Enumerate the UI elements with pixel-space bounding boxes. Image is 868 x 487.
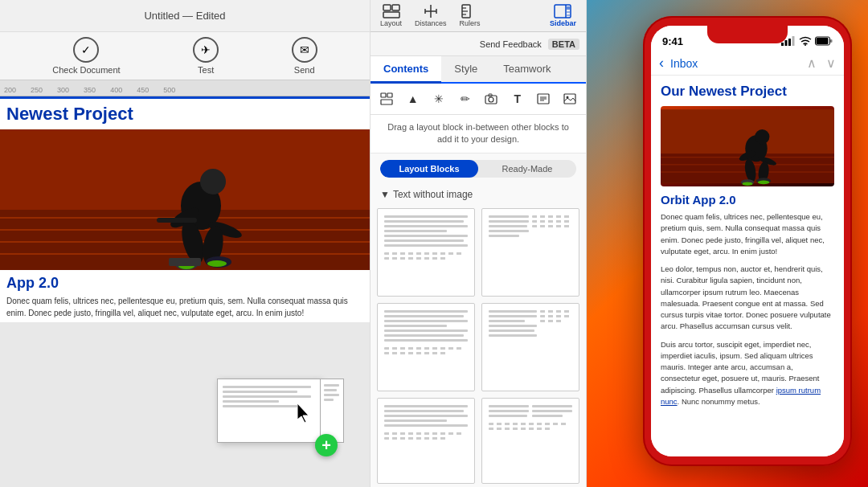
phone-runner-image <box>661 106 834 186</box>
battery-icon <box>815 36 833 46</box>
svg-rect-36 <box>381 93 386 97</box>
tab-teamwork[interactable]: Teamwork <box>490 56 563 84</box>
text-icon[interactable]: T <box>508 88 528 109</box>
drag-line-3 <box>223 395 311 398</box>
top-tool-icons: Layout Distances Rulers <box>380 4 576 27</box>
email-body-area: App 2.0 Donec quam felis, ultrices nec, … <box>0 270 370 322</box>
svg-rect-54 <box>817 38 829 44</box>
block-full-text-1[interactable] <box>377 208 475 297</box>
test-button[interactable]: ✈ Test <box>193 37 219 75</box>
layout-button[interactable]: Layout <box>380 4 402 27</box>
section-header: ▼ Text without image <box>371 184 586 205</box>
svg-point-69 <box>743 182 753 186</box>
svg-point-40 <box>489 97 493 102</box>
block-two-col-text[interactable] <box>377 303 475 391</box>
icon-toolbar: ▲ ✳ ✏ T <box>371 84 586 115</box>
block-layout-4[interactable] <box>481 303 579 391</box>
send-button[interactable]: ✉ Send <box>292 37 317 75</box>
asterisk-icon[interactable]: ✳ <box>429 88 449 109</box>
email-content: Our Newest Project <box>651 76 844 422</box>
tabs-row: Contents Style Teamwork <box>371 56 586 84</box>
sprint-title-text: App 2.0 <box>6 275 363 292</box>
drag-right-line-3 <box>324 394 339 396</box>
back-arrow-icon[interactable]: ‹ <box>659 55 664 72</box>
layout-blocks-button[interactable]: Layout Blocks <box>380 160 478 178</box>
svg-rect-49 <box>785 40 788 46</box>
email-canvas: Newest Project <box>0 96 370 322</box>
triangle-icon[interactable]: ▲ <box>403 88 424 109</box>
rulers-button[interactable]: Rulers <box>460 4 481 27</box>
wifi-icon <box>799 36 812 46</box>
svg-rect-22 <box>383 12 399 18</box>
prev-email-button[interactable]: ∧ <box>807 55 817 71</box>
body-text-1: Donec quam felis, ultrices nec, pellente… <box>6 297 348 317</box>
pencil-icon[interactable]: ✏ <box>456 88 476 109</box>
ruler-marks: 200 250 300 350 400 450 500 <box>0 86 190 94</box>
drag-block-right <box>320 379 344 443</box>
phone-email-title: Our Newest Project <box>661 84 834 100</box>
block-three-col[interactable] <box>377 398 475 484</box>
svg-point-70 <box>758 181 770 185</box>
send-feedback-button[interactable]: Send Feedback <box>480 39 542 49</box>
blocks-grid <box>371 205 586 487</box>
drag-line-4 <box>223 400 279 403</box>
check-document-label: Check Document <box>52 65 120 75</box>
phone-para-2: Leo dolor, tempus non, auctor et, hendre… <box>661 264 834 333</box>
email-body-text: Donec quam felis, ultrices nec, pellente… <box>6 295 363 319</box>
svg-rect-37 <box>387 93 392 97</box>
svg-rect-17 <box>157 218 197 223</box>
status-time: 9:41 <box>662 35 683 47</box>
test-icon: ✈ <box>193 37 219 63</box>
sidebar-button[interactable]: Sidebar <box>550 4 576 27</box>
phone-frame: 9:41 <box>643 16 852 466</box>
layout-toggle: Layout Blocks Ready-Made <box>380 160 576 178</box>
inbox-label[interactable]: Inbox <box>670 57 698 70</box>
svg-rect-50 <box>788 39 791 46</box>
svg-rect-21 <box>392 5 399 10</box>
email-scroll-area[interactable]: Our Newest Project <box>651 76 844 456</box>
link-text[interactable]: ipsum rutrum nunc <box>661 386 821 406</box>
check-document-button[interactable]: ✓ Check Document <box>52 37 120 75</box>
test-label: Test <box>198 65 214 75</box>
svg-rect-48 <box>781 43 784 46</box>
camera-icon[interactable] <box>481 88 502 109</box>
send-label: Send <box>294 65 315 75</box>
toolbar-icons: ✓ Check Document ✈ Test ✉ Send <box>0 32 370 80</box>
nav-arrows: ∧ ∨ <box>807 55 836 71</box>
layout-label: Layout <box>380 19 402 27</box>
svg-rect-51 <box>792 36 795 46</box>
svg-point-15 <box>207 260 227 267</box>
block-right-text-1[interactable] <box>481 208 579 297</box>
list-icon[interactable] <box>534 88 554 109</box>
runner-svg <box>0 129 370 270</box>
svg-rect-33 <box>567 6 570 10</box>
image-icon[interactable] <box>560 88 580 109</box>
beta-badge: BETA <box>548 39 579 50</box>
contents-topbar: Layout Distances Rulers <box>371 0 586 32</box>
ready-made-button[interactable]: Ready-Made <box>478 160 576 178</box>
contents-panel: Layout Distances Rulers <box>370 0 587 487</box>
cursor-arrow <box>297 403 313 423</box>
phone-para-1: Donec quam felis, ultrices nec, pellente… <box>661 211 834 257</box>
svg-rect-34 <box>567 11 570 13</box>
distances-button[interactable]: Distances <box>415 4 447 27</box>
svg-point-52 <box>805 44 806 46</box>
status-icons <box>781 36 833 46</box>
svg-rect-20 <box>383 5 391 10</box>
editor-area: Untitled — Edited ✓ Check Document ✈ Tes… <box>0 0 370 487</box>
next-email-button[interactable]: ∨ <box>826 55 836 71</box>
svg-rect-55 <box>830 39 833 43</box>
add-block-button[interactable]: + <box>315 434 338 456</box>
sidebar-label: Sidebar <box>550 19 576 27</box>
check-icon: ✓ <box>73 37 99 63</box>
send-icon: ✉ <box>292 37 317 63</box>
toolbar-top: Untitled — Edited <box>0 0 370 32</box>
tab-style[interactable]: Style <box>441 56 490 84</box>
ruler: 200 250 300 350 400 450 500 <box>0 80 370 96</box>
block-list-style[interactable] <box>481 398 579 484</box>
triangle-toggle[interactable]: ▼ <box>380 189 390 200</box>
drag-hint-text: Drag a layout block in-between other blo… <box>371 115 586 153</box>
tab-contents[interactable]: Contents <box>371 56 441 84</box>
layout-blocks-icon[interactable] <box>377 88 397 109</box>
phone-screen: 9:41 <box>651 26 844 456</box>
